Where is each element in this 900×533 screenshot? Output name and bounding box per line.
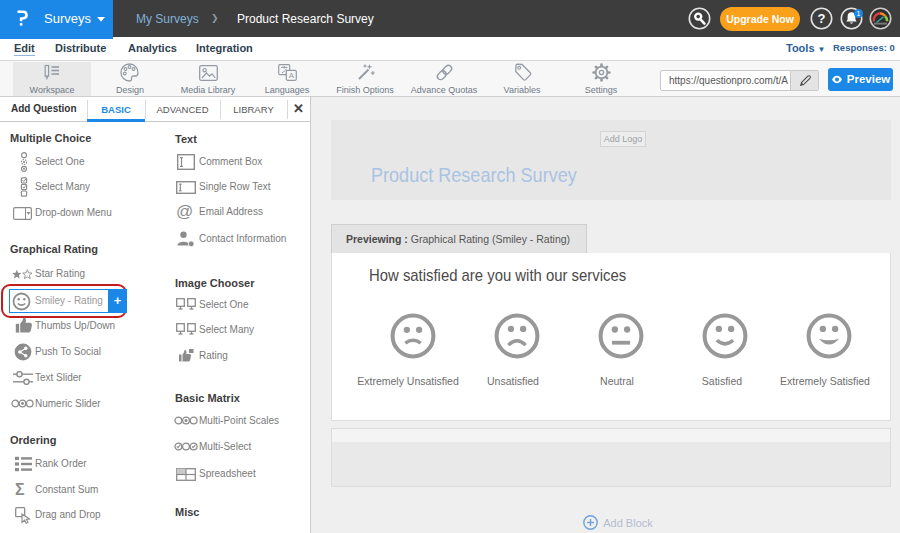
svg-text:?: ? <box>818 11 826 26</box>
svg-text:A: A <box>289 71 295 80</box>
